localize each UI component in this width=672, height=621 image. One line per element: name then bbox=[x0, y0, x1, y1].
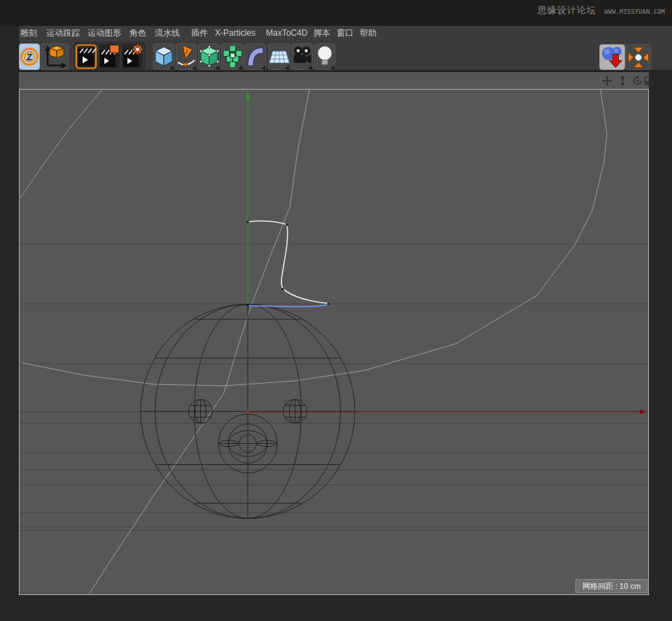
subdivision-surface-button[interactable] bbox=[198, 43, 220, 70]
spline-point[interactable] bbox=[247, 305, 249, 307]
goz-button[interactable]: Z bbox=[19, 43, 40, 70]
origin-dot bbox=[247, 411, 249, 413]
svg-text:Z: Z bbox=[27, 52, 32, 62]
camera-button[interactable] bbox=[291, 43, 313, 70]
zoom-view-icon[interactable] bbox=[617, 76, 628, 86]
menu-MaxToC4D[interactable]: MaxToC4D bbox=[266, 26, 307, 41]
menu-脚本[interactable]: 脚本 bbox=[314, 26, 330, 41]
render-button[interactable] bbox=[599, 44, 625, 70]
toggle-view-icon[interactable] bbox=[643, 76, 654, 86]
array-button[interactable] bbox=[221, 43, 243, 70]
menu-雕刻[interactable]: 雕刻 bbox=[20, 26, 37, 41]
spline-pen-button[interactable] bbox=[176, 43, 197, 70]
x-axis-arrow bbox=[640, 410, 647, 414]
floor-button[interactable] bbox=[268, 43, 290, 70]
add-cube-button[interactable] bbox=[153, 43, 174, 70]
menu-窗口[interactable]: 窗口 bbox=[337, 26, 354, 41]
menu-bar: 雕刻运动跟踪运动图形角色流水线插件X-ParticlesMaxToC4D脚本窗口… bbox=[19, 26, 672, 41]
grid-lines bbox=[20, 244, 648, 531]
menu-流水线[interactable]: 流水线 bbox=[155, 26, 180, 41]
x-particles-button[interactable] bbox=[625, 44, 651, 70]
watermark-site-url: WWW.MISSYUAN.COM bbox=[604, 8, 665, 15]
render-view-button[interactable] bbox=[75, 43, 97, 69]
large-spline-topleft bbox=[20, 90, 102, 198]
viewport[interactable]: 网格间距 : 10 cm bbox=[19, 89, 649, 595]
toolbar: Z bbox=[19, 41, 672, 70]
large-spline-diagonal bbox=[89, 90, 309, 594]
render-settings-button[interactable] bbox=[121, 43, 144, 69]
render-picture-viewer-button[interactable] bbox=[98, 43, 120, 69]
bend-deformer-button[interactable] bbox=[244, 43, 266, 70]
rotate-view-icon[interactable] bbox=[632, 76, 643, 86]
menu-角色[interactable]: 角色 bbox=[130, 26, 146, 41]
menu-X-Particles[interactable]: X-Particles bbox=[215, 26, 255, 41]
eye-sphere[interactable] bbox=[189, 400, 213, 424]
menu-插件[interactable]: 插件 bbox=[191, 26, 208, 41]
viewport-header bbox=[19, 72, 649, 89]
menu-帮助[interactable]: 帮助 bbox=[360, 26, 377, 41]
light-button[interactable] bbox=[314, 43, 335, 70]
spline-point[interactable] bbox=[286, 224, 288, 226]
move-view-icon[interactable] bbox=[602, 76, 612, 86]
viewport-canvas[interactable] bbox=[20, 90, 648, 594]
background-splines bbox=[20, 90, 607, 594]
spline-point[interactable] bbox=[247, 221, 249, 223]
menu-运动跟踪[interactable]: 运动跟踪 bbox=[46, 26, 80, 41]
application-window: 思缘设计论坛 WWW.MISSYUAN.COM 雕刻运动跟踪运动图形角色流水线插… bbox=[0, 0, 672, 621]
watermark-bar: 思缘设计论坛 WWW.MISSYUAN.COM bbox=[0, 0, 672, 26]
watermark-site-name: 思缘设计论坛 bbox=[538, 4, 596, 17]
spline-point[interactable] bbox=[282, 288, 284, 291]
y-axis-arrow bbox=[246, 91, 251, 99]
profile-spline[interactable] bbox=[248, 221, 328, 303]
menu-运动图形[interactable]: 运动图形 bbox=[88, 26, 121, 41]
grid-spacing-label: 网格间距 : 10 cm bbox=[575, 579, 648, 593]
workplane-axis-button[interactable] bbox=[41, 43, 69, 70]
large-spline-right bbox=[21, 90, 607, 386]
spline-point[interactable] bbox=[328, 303, 330, 305]
